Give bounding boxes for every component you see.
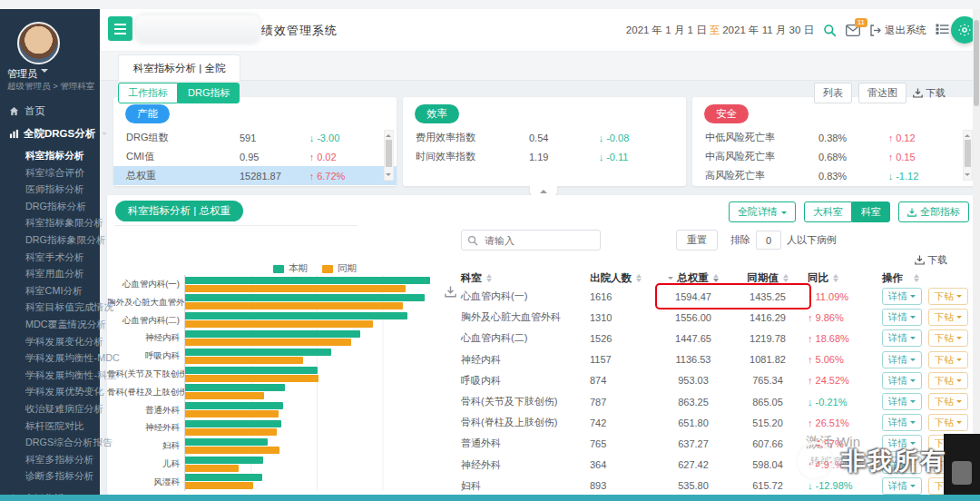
column-header-5[interactable]: 操作 [882, 270, 971, 285]
sort-icon[interactable] [636, 271, 642, 285]
sidebar-item-2[interactable]: 医师指标分析 [0, 181, 100, 198]
list-view-button[interactable]: 列表 [814, 83, 852, 103]
chart-bar-同期[interactable] [185, 285, 406, 292]
metric-row[interactable]: 时间效率指数1.19↓ -0.11 [403, 147, 686, 166]
panel-scrollbar[interactable] [384, 130, 394, 181]
sidebar-item-home[interactable]: 首页 [9, 104, 45, 118]
sidebar-item-13[interactable]: 学科发展均衡性-科室 [0, 367, 100, 384]
drill-button[interactable]: 下钻 [928, 351, 968, 368]
search-input[interactable] [483, 234, 577, 247]
chart-bar-同期[interactable] [185, 302, 403, 309]
sort-icon[interactable] [713, 271, 719, 285]
sidebar-item-16[interactable]: 标杆医院对比 [0, 418, 100, 435]
detail-button[interactable]: 详情 [882, 309, 922, 326]
sidebar-item-17[interactable]: DRGS综合分析报告 [0, 434, 100, 451]
chart-bar-同期[interactable] [185, 482, 253, 489]
detail-button[interactable]: 详情 [882, 372, 922, 389]
column-header-1[interactable]: 出院人数 [579, 270, 655, 285]
detail-button[interactable]: 详情 [882, 393, 922, 410]
exclude-count-input[interactable] [756, 231, 781, 250]
chart-bar-本期[interactable] [185, 402, 283, 409]
metric-row[interactable]: 中低风险死亡率0.38%↑ 0.12 [692, 128, 975, 147]
legend-item-本期[interactable]: 本期 [273, 262, 308, 275]
chart-bar-本期[interactable] [185, 349, 331, 356]
hospital-detail-button[interactable]: 全院详情 [729, 201, 796, 222]
sidebar-item-14[interactable]: 学科发展优势变化 [0, 383, 100, 400]
sidebar-item-5[interactable]: DRG指标象限分析 [0, 231, 100, 249]
drill-button[interactable]: 下钻 [928, 372, 968, 389]
sidebar-item-1[interactable]: 科室综合评价 [0, 164, 100, 182]
sidebar-item-18[interactable]: 科室多指标分析 [0, 451, 100, 468]
sidebar-item-9[interactable]: 科室目标值完成情况 [0, 299, 100, 316]
chart-bar-同期[interactable] [185, 428, 277, 436]
detail-button[interactable]: 详情 [882, 351, 922, 368]
chart-bar-本期[interactable] [185, 457, 263, 464]
panel-scrollbar[interactable] [963, 130, 973, 181]
metric-row[interactable]: DRG组数591↓ -3.00 [113, 128, 397, 147]
metric-row[interactable]: 费用效率指数0.54↓ -0.08 [403, 128, 686, 147]
table-row-1[interactable]: 胸外及心脏大血管外科13101556.001416.29↑ 9.86%详情下钻 [454, 307, 971, 328]
table-row-0[interactable]: 心血管内科(一)16161594.471435.25↑ 11.09%详情下钻 [454, 286, 971, 307]
sort-icon[interactable] [914, 271, 919, 285]
list-menu-icon[interactable] [936, 24, 949, 37]
download-button[interactable]: 下载 [913, 86, 946, 100]
sidebar-item-11[interactable]: 学科发展变化分析 [0, 333, 100, 350]
chart-bar-同期[interactable] [185, 357, 303, 364]
sort-icon[interactable] [486, 271, 492, 285]
hamburger-menu-button[interactable] [108, 16, 132, 41]
sidebar-item-8[interactable]: 科室CMI分析 [0, 282, 100, 300]
drill-button[interactable]: 下钻 [928, 288, 968, 305]
table-row-3[interactable]: 神经内科11571136.531081.82↑ 5.06%详情下钻 [454, 349, 971, 370]
sidebar-group-drgs[interactable]: 全院DRGS分析 [9, 127, 107, 141]
table-row-4[interactable]: 呼吸内科874953.03765.34↑ 24.52%详情下钻 [454, 370, 971, 391]
chart-bar-同期[interactable] [185, 447, 279, 454]
sidebar-item-12[interactable]: 学科发展均衡性-MDC [0, 349, 100, 367]
chart-bar-本期[interactable] [185, 277, 430, 284]
section-title-pill[interactable]: 科室指标分析 | 总权重 [115, 201, 243, 221]
drg-indicator-button[interactable]: DRG指标 [178, 83, 240, 103]
chart-bar-同期[interactable] [185, 410, 279, 418]
drill-button[interactable]: 下钻 [928, 329, 968, 347]
metric-row[interactable]: 总权重15281.87↑ 6.72% [113, 166, 397, 185]
mail-icon[interactable]: 11 [846, 25, 860, 36]
chart-bar-同期[interactable] [185, 320, 373, 328]
avatar[interactable] [17, 22, 60, 64]
tab-dept-analysis[interactable]: 科室指标分析 | 全院 [118, 54, 240, 81]
column-header-4[interactable]: 同比 [804, 270, 882, 285]
detail-button[interactable]: 详情 [882, 288, 922, 305]
date-range[interactable]: 2021 年 1 月 1 日至2021 年 11 月 30 日 [626, 24, 814, 37]
metric-row[interactable]: 中高风险死亡率0.68%↑ 0.15 [692, 147, 975, 166]
chart-bar-同期[interactable] [185, 339, 351, 346]
drill-button[interactable]: 下钻 [928, 309, 968, 326]
chart-bar-本期[interactable] [185, 312, 407, 319]
chart-bar-本期[interactable] [185, 420, 281, 427]
detail-button[interactable]: 详情 [882, 414, 922, 431]
chart-bar-本期[interactable] [185, 384, 285, 391]
sidebar-item-4[interactable]: 科室指标象限分析 [0, 214, 100, 231]
chart-bar-本期[interactable] [185, 474, 262, 481]
chart-bar-本期[interactable] [185, 330, 360, 338]
sort-icon[interactable] [833, 271, 838, 285]
chart-bar-本期[interactable] [185, 367, 318, 374]
work-indicator-button[interactable]: 工作指标 [118, 83, 178, 103]
table-row-5[interactable]: 骨科(关节及下肢创伤)787863.25865.05↓ -0.21%详情下钻 [454, 391, 971, 412]
column-header-0[interactable]: 科室 [454, 270, 579, 285]
table-row-6[interactable]: 骨科(脊柱及上肢创伤)742651.80515.20↑ 26.51%详情下钻 [454, 412, 971, 433]
chart-bar-本期[interactable] [185, 294, 425, 301]
user-name[interactable]: 管理员 [7, 67, 48, 81]
drill-button[interactable]: 下钻 [928, 393, 968, 410]
table-download-button[interactable]: 下载 [915, 253, 947, 267]
sidebar-item-6[interactable]: 科室手术分析 [0, 249, 100, 266]
chart-bar-本期[interactable] [185, 438, 268, 446]
legend-item-同期[interactable]: 同期 [322, 262, 357, 275]
big-dept-button[interactable]: 大科室 [804, 201, 852, 222]
sort-icon[interactable] [783, 271, 789, 285]
metric-row[interactable]: CMI值0.95↑ 0.02 [113, 147, 397, 166]
column-header-3[interactable]: 同期值 [731, 270, 804, 285]
detail-button[interactable]: 详情 [882, 329, 922, 347]
column-header-2[interactable]: 总权重 [655, 270, 731, 285]
table-search[interactable] [461, 230, 601, 250]
table-row-2[interactable]: 心血管内科(二)15261447.651219.78↑ 18.68%详情下钻 [454, 328, 971, 349]
sidebar-item-10[interactable]: MDC覆盖情况分析 [0, 316, 100, 333]
drill-button[interactable]: 下钻 [928, 414, 968, 431]
